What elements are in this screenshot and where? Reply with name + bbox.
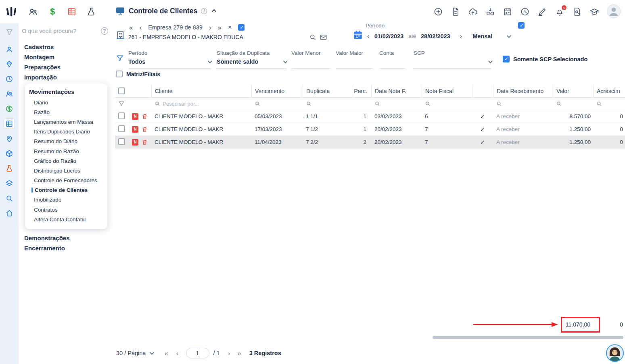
filter-valor-menor-input[interactable]: Valor Menor — [291, 50, 331, 69]
cube-icon[interactable] — [4, 148, 15, 159]
table-row[interactable]: N CLIENTE MODELO - MAKR 17/03/2023 7 1/2… — [115, 123, 625, 136]
help-icon[interactable]: ? — [101, 27, 108, 35]
col-vencimento[interactable]: Vencimento — [251, 85, 303, 97]
last-page-icon[interactable]: » — [237, 350, 241, 357]
info-icon[interactable]: i — [201, 8, 207, 14]
period-checkbox[interactable] — [518, 22, 525, 29]
sidebar-item-cadastros[interactable]: Cadastros — [24, 42, 113, 52]
filter-funnel-icon[interactable] — [6, 28, 13, 36]
cloud-upload-icon[interactable] — [468, 7, 478, 17]
bell-icon[interactable]: 1 — [555, 7, 564, 17]
signature-icon[interactable] — [537, 7, 547, 17]
filter-conta-input[interactable]: Conta — [379, 50, 406, 69]
ledger-grid-icon[interactable] — [4, 119, 15, 129]
prev-page-icon[interactable]: ‹ — [176, 350, 179, 357]
period-start-date[interactable]: 01/02/2023 — [374, 33, 404, 40]
flask-icon[interactable] — [4, 163, 15, 174]
submenu-item-diario[interactable]: Diário — [25, 98, 107, 107]
row-filter-funnel-icon[interactable] — [118, 100, 125, 107]
period-mode-select[interactable]: Mensal — [472, 33, 492, 40]
filter-situacao-select[interactable]: Situação da Duplicata Somente saldo — [217, 50, 286, 69]
company-filter-checkbox[interactable] — [238, 24, 245, 31]
select-all-checkbox[interactable] — [118, 87, 125, 94]
calendar-icon[interactable] — [503, 7, 512, 17]
cliente-search-input[interactable] — [163, 101, 215, 107]
sidebar-item-preparacoes[interactable]: Preparações — [24, 62, 113, 72]
page-size-chevron-icon[interactable] — [150, 350, 154, 355]
dollar-icon[interactable]: $ — [48, 6, 57, 17]
inbox-icon[interactable] — [485, 7, 495, 17]
next-company-icon[interactable]: › — [209, 24, 211, 31]
submenu-item-contratos[interactable]: Contratos — [25, 205, 107, 214]
filter-valor-maior-input[interactable]: Valor Maior — [336, 50, 373, 69]
sidebar-item-demonstracoes[interactable]: Demonstrações — [24, 233, 113, 243]
trash-icon[interactable] — [142, 113, 148, 119]
col-data-nota[interactable]: Data Nota F. — [371, 85, 422, 97]
home-icon[interactable] — [4, 208, 15, 218]
matriz-filiais-checkbox[interactable] — [116, 71, 123, 77]
clear-company-icon[interactable]: × — [228, 24, 232, 31]
search-icon[interactable] — [374, 101, 380, 106]
contact-icon[interactable] — [4, 44, 15, 54]
clock-icon[interactable] — [4, 74, 15, 84]
filters-funnel-icon[interactable] — [116, 54, 124, 62]
col-data-recebimento[interactable]: Data Recebimento — [493, 85, 553, 97]
sidebar-search-input[interactable] — [22, 28, 98, 34]
search-icon[interactable] — [596, 101, 602, 106]
table-row-selected[interactable]: N CLIENTE MODELO - MAKR 11/04/2023 7 2/2… — [115, 136, 625, 149]
clock-icon[interactable] — [520, 7, 530, 17]
user-avatar[interactable] — [607, 4, 621, 18]
last-company-icon[interactable]: » — [217, 24, 221, 31]
sidebar-item-movimentacoes[interactable]: Movimentações — [25, 87, 107, 98]
envelope-icon[interactable] — [320, 33, 327, 41]
first-company-icon[interactable]: « — [129, 24, 133, 31]
sidebar-item-importacao[interactable]: Importação — [24, 72, 113, 82]
sidebar-item-montagem[interactable]: Montagem — [24, 52, 113, 62]
row-checkbox[interactable] — [118, 112, 125, 119]
layers-icon[interactable] — [4, 178, 15, 189]
period-calendar-icon[interactable] — [353, 30, 363, 40]
add-circle-icon[interactable] — [433, 7, 443, 17]
next-period-icon[interactable]: › — [460, 33, 462, 40]
search-icon[interactable] — [425, 101, 431, 106]
trash-icon[interactable] — [142, 139, 148, 145]
filter-periodo-select[interactable]: Período Todos — [128, 50, 211, 69]
submenu-item-resumo-diario[interactable]: Resumo do Diário — [25, 137, 107, 146]
trash-icon[interactable] — [142, 126, 148, 132]
dollar-coin-icon[interactable] — [4, 104, 15, 114]
period-end-date[interactable]: 28/02/2023 — [421, 33, 450, 40]
submenu-item-imobilizado[interactable]: Imobilizado — [25, 195, 107, 205]
graduation-cap-icon[interactable] — [589, 7, 599, 17]
flask-icon[interactable] — [86, 7, 96, 17]
prev-company-icon[interactable]: ‹ — [139, 24, 142, 31]
support-chat-avatar[interactable] — [606, 344, 624, 362]
submenu-item-itens-duplicados[interactable]: Itens Duplicados Diário — [25, 127, 107, 137]
first-page-icon[interactable]: « — [164, 350, 168, 357]
horizontal-scrollbar[interactable] — [433, 336, 623, 339]
ledger-icon[interactable] — [67, 7, 77, 17]
submenu-item-controle-fornecedores[interactable]: Controle de Fornecedores — [25, 176, 107, 185]
search-icon[interactable] — [4, 193, 15, 204]
next-page-icon[interactable]: › — [228, 350, 230, 357]
col-cliente[interactable]: Cliente — [151, 85, 251, 97]
row-checkbox[interactable] — [118, 138, 125, 145]
submenu-item-resumo-razao[interactable]: Resumo do Razão — [25, 146, 107, 156]
filter-scp-select[interactable]: SCP — [414, 50, 491, 69]
document-icon[interactable] — [451, 7, 460, 17]
submenu-item-grafico-razao[interactable]: Gráfico do Razão — [25, 156, 107, 166]
period-mode-chevron-icon[interactable] — [507, 33, 511, 37]
gem-icon[interactable] — [4, 59, 15, 69]
users-icon[interactable] — [28, 7, 38, 17]
submenu-item-altera-conta[interactable]: Altera Conta Contábil — [25, 214, 107, 224]
company-search-icon[interactable] — [309, 33, 316, 41]
search-icon[interactable] — [306, 101, 311, 106]
col-nota-fiscal[interactable]: Nota Fiscal — [422, 85, 472, 97]
people-icon[interactable] — [4, 89, 15, 99]
row-checkbox[interactable] — [118, 125, 125, 132]
col-duplicata[interactable]: Duplicata — [303, 85, 352, 97]
map-pin-icon[interactable] — [4, 133, 15, 144]
table-row[interactable]: N CLIENTE MODELO - MAKR 05/03/2023 1 1/1… — [115, 110, 625, 123]
document-search-icon[interactable] — [572, 7, 582, 17]
collapse-chevron-icon[interactable] — [212, 9, 216, 14]
prev-period-icon[interactable]: ‹ — [367, 33, 370, 40]
